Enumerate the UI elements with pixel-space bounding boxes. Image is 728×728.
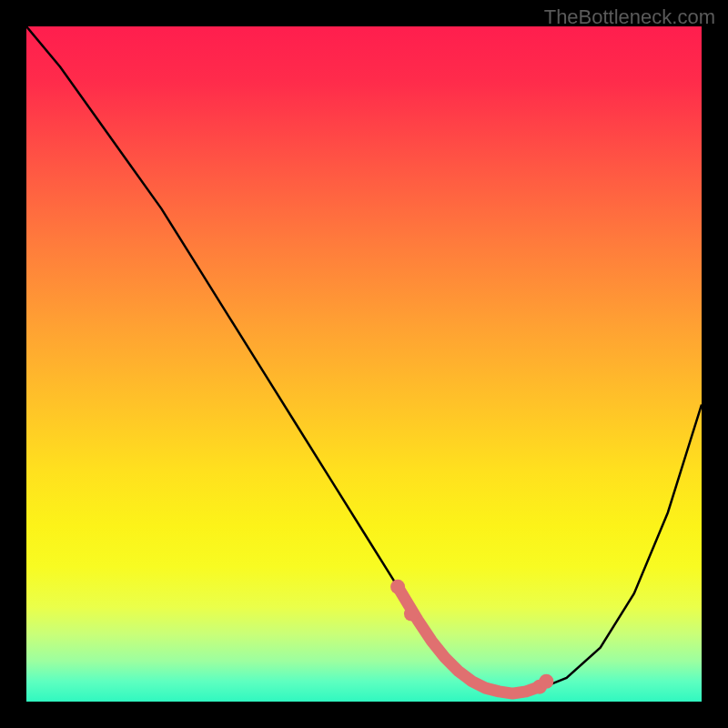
highlight-dot — [539, 674, 553, 689]
plot-area — [26, 26, 702, 702]
bottleneck-curve — [26, 26, 702, 693]
watermark-text: TheBottleneck.com — [544, 5, 715, 29]
curve-svg — [26, 26, 702, 702]
highlight-dot — [390, 580, 405, 594]
highlight-segment — [398, 587, 540, 693]
highlight-dot — [404, 607, 419, 622]
